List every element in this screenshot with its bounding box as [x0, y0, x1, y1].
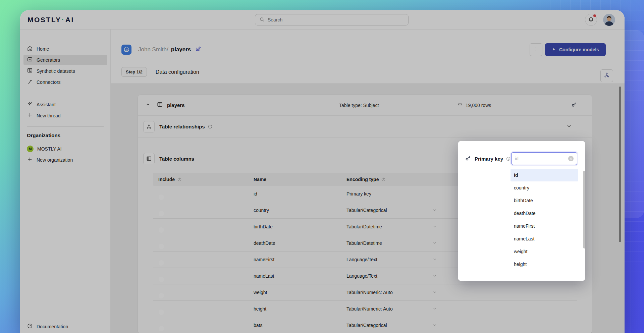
- primary-key-dropdown: id country birthDate deathDate nameFirst…: [511, 169, 578, 271]
- dropdown-option[interactable]: nameFirst: [511, 220, 578, 232]
- key-icon: [465, 155, 472, 163]
- primary-key-input[interactable]: ✕: [511, 152, 577, 165]
- primary-key-popup: Primary key ✕ id country birthDate death…: [458, 141, 585, 281]
- dropdown-option[interactable]: country: [511, 181, 578, 194]
- primary-key-input-field[interactable]: [515, 156, 568, 161]
- dropdown-option[interactable]: deathDate: [511, 207, 578, 220]
- dropdown-option[interactable]: id: [511, 169, 578, 181]
- primary-key-label: Primary key: [475, 156, 503, 162]
- info-icon: [506, 156, 511, 161]
- dropdown-option[interactable]: birthDate: [511, 194, 578, 207]
- clear-icon[interactable]: ✕: [568, 156, 574, 161]
- dropdown-option[interactable]: height: [511, 258, 578, 271]
- dropdown-option[interactable]: weight: [511, 245, 578, 258]
- dropdown-scrollbar[interactable]: [583, 171, 585, 248]
- dropdown-option[interactable]: nameLast: [511, 232, 578, 245]
